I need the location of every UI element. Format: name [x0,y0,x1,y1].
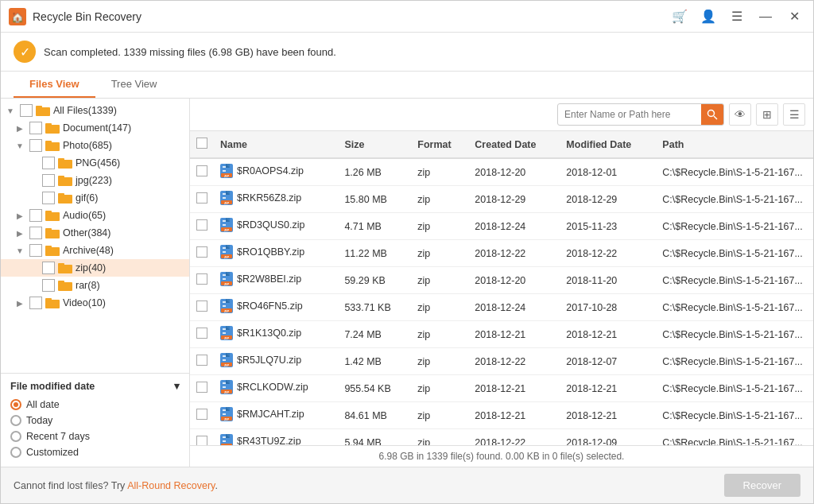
checkbox-video[interactable] [29,297,42,309]
row-checkbox-7[interactable] [190,348,214,375]
bottom-text-before: Cannot find lost files? Try [14,480,127,491]
folder-icon-archive [45,245,60,256]
minimize-button[interactable]: — [754,6,777,28]
tree-item-video[interactable]: ▶ Video(10) [1,294,189,312]
expand-icon-other: ▶ [14,229,26,238]
svg-rect-110 [223,409,226,411]
checkbox-zip[interactable] [42,262,55,274]
filter-customized[interactable]: Customized [10,444,180,460]
svg-rect-67 [223,278,226,280]
checkbox-document[interactable] [29,122,42,134]
titlebar-actions: 🛒 👤 ☰ — ✕ [669,6,805,28]
svg-text:🏠: 🏠 [11,10,25,24]
row-checkbox-8[interactable] [190,375,214,402]
row-name-8: ZIP $RCLKODW.zip [214,375,338,402]
titlebar: 🏠 Recycle Bin Recovery 🛒 👤 ☰ — ✕ [1,1,813,33]
tree-item-all-files[interactable]: ▼ All Files(1339) [1,102,189,119]
row-format-1: zip [411,186,468,213]
status-text: 6.98 GB in 1339 file(s) found. 0.00 KB i… [379,451,625,462]
header-path[interactable]: Path [656,131,813,158]
tree-item-other[interactable]: ▶ Other(384) [1,224,189,242]
tree-item-audio[interactable]: ▶ Audio(65) [1,207,189,224]
row-checkbox-0[interactable] [190,158,214,186]
row-checkbox-9[interactable] [190,402,214,429]
filter-recent-7[interactable]: Recent 7 days [10,428,180,444]
row-checkbox-6[interactable] [190,321,214,348]
filter-all-date[interactable]: All date [10,397,180,413]
folder-icon-audio [45,210,60,221]
filter-today[interactable]: Today [10,413,180,428]
tree-item-png[interactable]: ▶ PNG(456) [1,154,189,172]
row-modified-2: 2015-11-23 [560,213,656,240]
grid-view-button[interactable]: ⊞ [756,103,778,126]
row-checkbox-3[interactable] [190,240,214,267]
header-size[interactable]: Size [338,131,411,158]
row-format-3: zip [411,240,468,267]
checkbox-audio[interactable] [29,209,42,222]
tab-tree-view[interactable]: Tree View [95,72,173,98]
row-format-7: zip [411,348,468,375]
row-checkbox-2[interactable] [190,213,214,240]
main-window: 🏠 Recycle Bin Recovery 🛒 👤 ☰ — ✕ ✓ Scan … [0,0,814,504]
svg-rect-49 [223,224,226,226]
row-checkbox-5[interactable] [190,294,214,321]
checkbox-rar[interactable] [42,279,55,292]
cart-button[interactable]: 🛒 [669,6,691,28]
recover-button[interactable]: Recover [724,474,800,497]
checkbox-all-files[interactable] [20,104,33,117]
svg-rect-15 [45,211,52,214]
tree-item-jpg[interactable]: ▶ jpg(223) [1,172,189,189]
tree-item-archive[interactable]: ▼ Archive(48) [1,242,189,259]
user-button[interactable]: 👤 [697,6,719,28]
checkbox-archive[interactable] [29,244,42,257]
row-created-4: 2018-12-20 [468,267,560,294]
header-modified[interactable]: Modified Date [560,131,656,158]
tree-item-photo[interactable]: ▼ Photo(685) [1,137,189,154]
search-input[interactable] [558,109,701,120]
svg-rect-75 [223,304,226,305]
all-round-recovery-link[interactable]: All-Round Recovery [127,480,215,491]
svg-rect-121 [223,440,226,442]
menu-button[interactable]: ☰ [726,6,748,28]
filter-title[interactable]: File modified date ▾ [10,380,180,392]
expand-icon-audio: ▶ [14,211,26,220]
checkbox-png[interactable] [42,157,55,169]
tree-item-zip[interactable]: ▶ zip(40) [1,259,189,277]
header-checkbox[interactable] [190,131,214,158]
checkbox-photo[interactable] [29,139,42,152]
svg-rect-3 [36,106,42,109]
list-view-button[interactable]: ☰ [783,103,805,126]
radio-today [10,415,21,426]
tree-item-document[interactable]: ▶ Document(147) [1,119,189,137]
tree-item-gif[interactable]: ▶ gif(6) [1,189,189,207]
row-checkbox-4[interactable] [190,267,214,294]
row-modified-7: 2018-12-07 [560,348,656,375]
checkbox-other[interactable] [29,227,42,239]
search-button[interactable] [701,103,723,126]
row-path-3: C:\$Recycle.Bin\S-1-5-21-167... [656,240,813,267]
header-format[interactable]: Format [411,131,468,158]
table-row: ZIP $RKR56Z8.zip 15.80 MB zip 2018-12-29… [190,186,813,213]
radio-customized [10,447,21,458]
checkbox-jpg[interactable] [42,174,55,187]
bottom-bar: Cannot find lost files? Try All-Round Re… [1,467,813,503]
header-name[interactable]: Name [214,131,338,158]
row-created-9: 2018-12-21 [468,402,560,429]
row-size-1: 15.80 MB [338,186,411,213]
table-row: ZIP $R43TU9Z.zip 5.94 MB zip 2018-12-22 … [190,429,813,446]
row-checkbox-10[interactable] [190,429,214,446]
tree-item-rar[interactable]: ▶ rar(8) [1,277,189,294]
tab-files-view[interactable]: Files View [14,72,95,98]
eye-view-button[interactable]: 👁 [729,103,751,126]
filter-title-label: File modified date [10,381,95,392]
row-path-7: C:\$Recycle.Bin\S-1-5-21-167... [656,348,813,375]
checkbox-gif[interactable] [42,192,55,204]
row-checkbox-1[interactable] [190,186,214,213]
table-row: ZIP $RMJCAHT.zip 84.61 MB zip 2018-12-21… [190,402,813,429]
close-button[interactable]: ✕ [783,6,805,28]
header-created[interactable]: Created Date [468,131,560,158]
tree-label-zip: zip(40) [76,262,106,273]
zip-file-icon: ZIP [220,434,233,445]
table-row: ZIP $R5JLQ7U.zip 1.42 MB zip 2018-12-22 … [190,348,813,375]
row-name-2: ZIP $RD3QUS0.zip [214,213,338,240]
